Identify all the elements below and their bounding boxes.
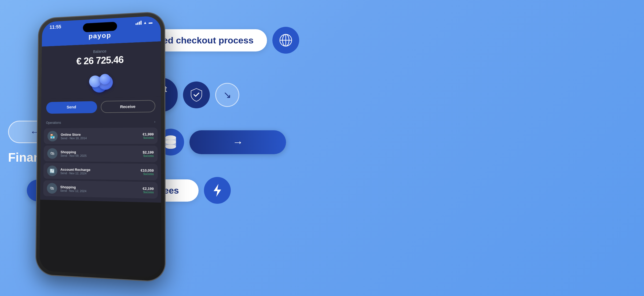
transaction-row-2: 🛍 Shopping Send · Nov 09, 2025 $2,199 Su…: [44, 146, 158, 162]
bolt-circle: [204, 177, 231, 204]
phone-mockup: 11:55 ▲ ▬ payop Balance: [35, 13, 174, 282]
transaction-amount-3: €10,059 Success: [141, 168, 154, 176]
bolt-icon: [211, 183, 223, 198]
transaction-details-1: Online Store Send · Nov 18, 2014: [61, 132, 139, 140]
signal-bar-3: [139, 21, 140, 25]
transaction-row-4: 🛍 Shopping Send · Nov 12, 2024 €2,199 Su…: [43, 180, 158, 199]
receive-button[interactable]: Receive: [101, 100, 155, 113]
transaction-date-2: Send · Nov 09, 2025: [61, 154, 140, 157]
signal-bar-1: [136, 23, 137, 25]
balance-amount: € 26 725.46: [47, 53, 155, 68]
transaction-details-4: Shopping Send · Nov 12, 2024: [60, 185, 139, 194]
phone-notch: [83, 22, 117, 32]
operations-section: Operations › 🏪 Online Store Send · Nov 1…: [40, 117, 161, 203]
transaction-icon-4: 🛍: [47, 183, 57, 194]
transaction-row-3: 🔄 Account Recharge Send · Nov 12, 2024 €…: [43, 163, 158, 180]
transaction-icon-2: 🛍: [47, 148, 57, 159]
arrow-downright-icon: ↘: [223, 89, 231, 101]
transaction-icon-1: 🏪: [47, 131, 58, 141]
status-icons: ▲ ▬: [136, 20, 152, 25]
transaction-amount-4: €2,199 Success: [143, 186, 154, 194]
arrow-downright-circle: ↘: [215, 83, 239, 107]
shield-icon: [190, 88, 203, 102]
ops-arrow: ›: [154, 120, 155, 124]
transaction-amount-2: $2,199 Success: [143, 150, 154, 157]
status-time: 11:55: [50, 24, 61, 30]
send-button[interactable]: Send: [46, 101, 97, 114]
arrow-gradient-pill: →: [189, 130, 286, 154]
transaction-icon-3: 🔄: [47, 165, 57, 176]
svg-marker-12: [214, 184, 221, 197]
wifi-icon: ▲: [143, 20, 147, 25]
transaction-name-1: Online Store: [61, 132, 139, 136]
transaction-details-3: Account Recharge Send · Nov 12, 2024: [60, 167, 137, 175]
balance-section: Balance € 26 725.46: [41, 41, 161, 99]
transaction-date-1: Send · Nov 18, 2014: [61, 136, 139, 140]
transaction-details-2: Shopping Send · Nov 09, 2025: [61, 150, 140, 157]
action-buttons: Send Receive: [41, 97, 161, 118]
shield-circle: [183, 82, 210, 108]
signal-bar-4: [141, 21, 142, 25]
transaction-name-2: Shopping: [61, 150, 140, 154]
transaction-row-1: 🏪 Online Store Send · Nov 18, 2014 €1,99…: [44, 128, 158, 144]
transaction-date-3: Send · Nov 12, 2024: [60, 171, 137, 176]
globe-icon: [279, 33, 293, 47]
battery-icon: ▬: [149, 20, 152, 24]
arrow-right-icon: →: [232, 136, 243, 148]
signal-bars: [136, 21, 141, 25]
transaction-amount-1: €1,999 Success: [143, 132, 154, 139]
operations-label: Operations: [46, 121, 61, 125]
coins-visual: [84, 68, 115, 93]
globe-circle: [272, 27, 299, 54]
signal-bar-2: [137, 23, 138, 25]
operations-header: Operations ›: [41, 119, 161, 127]
